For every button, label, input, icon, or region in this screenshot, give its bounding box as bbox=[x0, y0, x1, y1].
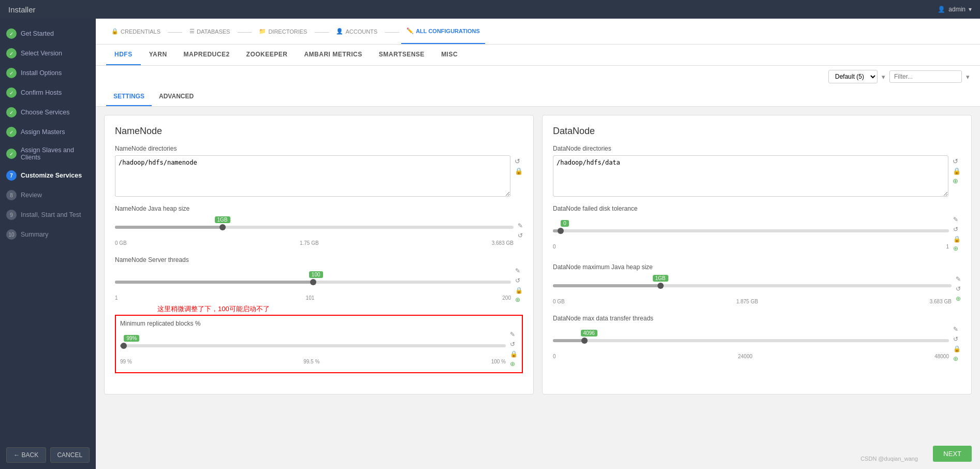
nav-label-databases: DATABASES bbox=[197, 28, 230, 35]
sidebar-step-3[interactable]: ✓Install Options bbox=[0, 63, 96, 83]
min-replicated-thumb[interactable] bbox=[121, 343, 127, 349]
datanode-title: DataNode bbox=[553, 126, 961, 137]
add-icon[interactable]: ⊕ bbox=[953, 244, 961, 253]
step-label: Summary bbox=[21, 231, 48, 238]
add-icon[interactable]: ⊕ bbox=[515, 296, 523, 304]
sidebar-step-9[interactable]: 8Review bbox=[0, 185, 96, 205]
edit-icon[interactable]: ✎ bbox=[953, 215, 961, 224]
min-replicated-mid-label: 99.5 % bbox=[303, 359, 319, 364]
namenode-threads-section: NameNode Server threads 100 bbox=[115, 256, 523, 304]
failed-disk-max: 1 bbox=[946, 244, 949, 250]
sub-tab-zookeeper[interactable]: ZOOKEEPER bbox=[238, 45, 296, 65]
refresh-icon[interactable]: ↺ bbox=[515, 276, 523, 285]
namenode-dir-row: /hadoop/hdfs/namenode ↺ 🔒 bbox=[115, 155, 523, 197]
failed-disk-label: DataNode failed disk tolerance bbox=[553, 205, 961, 212]
settings-tab-advanced[interactable]: ADVANCED bbox=[152, 87, 201, 106]
datanode-card: DataNode DataNode directories /hadoop/hd… bbox=[542, 115, 972, 394]
add-icon[interactable]: ⊕ bbox=[956, 295, 961, 303]
settings-tab-settings[interactable]: SETTINGS bbox=[106, 87, 152, 106]
namenode-heap-section: NameNode Java heap size 1GB bbox=[115, 205, 523, 246]
sub-tab-ambari_metrics[interactable]: AMBARI METRICS bbox=[296, 45, 370, 65]
namenode-threads-badge: 100 bbox=[309, 271, 323, 278]
sub-tab-hdfs[interactable]: HDFS bbox=[106, 45, 141, 65]
refresh-icon[interactable]: ↺ bbox=[953, 157, 961, 165]
step-label: Review bbox=[21, 192, 42, 199]
refresh-icon[interactable]: ↺ bbox=[518, 231, 523, 240]
cancel-button[interactable]: CANCEL bbox=[50, 447, 90, 463]
sidebar-step-7[interactable]: ✓Assign Slaves and Clients bbox=[0, 142, 96, 166]
datanode-heap-badge: 1GB bbox=[653, 275, 668, 282]
next-button[interactable]: NEXT bbox=[933, 446, 972, 462]
add-icon[interactable]: ⊕ bbox=[953, 355, 961, 363]
step-label: Select Version bbox=[21, 50, 62, 57]
max-transfer-row: 4096 0 24000 4 bbox=[553, 325, 961, 363]
datanode-heap-mid: 1.875 GB bbox=[736, 299, 758, 304]
wizard-nav-all_configurations[interactable]: ✏️ALL CONFIGURATIONS bbox=[401, 19, 485, 44]
lock-icon[interactable]: 🔒 bbox=[953, 167, 961, 175]
sidebar: ✓Get Started✓Select Version✓Install Opti… bbox=[0, 19, 96, 469]
sidebar-step-2[interactable]: ✓Select Version bbox=[0, 43, 96, 63]
refresh-icon[interactable]: ↺ bbox=[510, 340, 518, 349]
sub-tab-yarn[interactable]: YARN bbox=[141, 45, 175, 65]
failed-disk-row: 0 0 1 bbox=[553, 215, 961, 253]
namenode-threads-thumb[interactable] bbox=[310, 279, 316, 285]
nav-label-directories: DIRECTORIES bbox=[268, 28, 307, 35]
edit-icon[interactable]: ✎ bbox=[515, 267, 523, 275]
lock-icon[interactable]: 🔒 bbox=[515, 167, 523, 175]
lock-icon[interactable]: 🔒 bbox=[953, 235, 961, 244]
sub-tab-smartsense[interactable]: SMARTSENSE bbox=[371, 45, 433, 65]
user-menu[interactable]: 👤 admin ▾ bbox=[938, 6, 972, 13]
refresh-icon[interactable]: ↺ bbox=[953, 335, 961, 344]
sidebar-step-8[interactable]: 7Customize Services bbox=[0, 166, 96, 185]
edit-icon[interactable]: ✎ bbox=[518, 222, 523, 230]
add-icon[interactable]: ⊕ bbox=[510, 360, 518, 369]
sub-tabs: HDFSYARNMAPREDUCE2ZOOKEEPERAMBARI METRIC… bbox=[96, 45, 980, 66]
sidebar-step-4[interactable]: ✓Confirm Hosts bbox=[0, 83, 96, 102]
refresh-icon[interactable]: ↺ bbox=[953, 225, 961, 234]
sidebar-step-6[interactable]: ✓Assign Masters bbox=[0, 122, 96, 142]
max-transfer-thumb[interactable] bbox=[581, 338, 588, 344]
filter-input[interactable] bbox=[889, 70, 962, 83]
wizard-nav-databases[interactable]: ☰DATABASES bbox=[184, 19, 235, 44]
main-content: 🔒CREDENTIALS——☰DATABASES——📁DIRECTORIES——… bbox=[96, 19, 980, 469]
step-circle: 7 bbox=[6, 170, 17, 181]
edit-icon[interactable]: ✎ bbox=[956, 275, 961, 284]
wizard-nav-accounts[interactable]: 👤ACCOUNTS bbox=[331, 19, 383, 44]
wizard-nav: 🔒CREDENTIALS——☰DATABASES——📁DIRECTORIES——… bbox=[96, 19, 980, 45]
sidebar-step-10[interactable]: 9Install, Start and Test bbox=[0, 205, 96, 225]
edit-icon[interactable]: ✎ bbox=[510, 330, 518, 339]
add-icon[interactable]: ⊕ bbox=[953, 177, 961, 185]
top-bar: Installer 👤 admin ▾ bbox=[0, 0, 980, 19]
nav-icon-directories: 📁 bbox=[259, 28, 266, 35]
step-label: Install Options bbox=[21, 69, 62, 77]
wizard-nav-credentials[interactable]: 🔒CREDENTIALS bbox=[106, 19, 166, 44]
nav-separator: —— bbox=[312, 27, 331, 36]
failed-disk-thumb[interactable] bbox=[558, 228, 564, 234]
back-button[interactable]: ← BACK bbox=[6, 447, 46, 463]
edit-icon[interactable]: ✎ bbox=[953, 325, 961, 334]
step-label: Confirm Hosts bbox=[21, 89, 62, 96]
content-area: HDFSYARNMAPREDUCE2ZOOKEEPERAMBARI METRIC… bbox=[96, 45, 980, 469]
step-label: Choose Services bbox=[21, 109, 70, 116]
namenode-heap-thumb[interactable] bbox=[220, 224, 226, 230]
sub-tab-misc[interactable]: MISC bbox=[433, 45, 466, 65]
datanode-heap-thumb[interactable] bbox=[657, 283, 664, 289]
namenode-dir-input[interactable]: /hadoop/hdfs/namenode bbox=[115, 155, 510, 197]
refresh-icon[interactable]: ↺ bbox=[956, 285, 961, 294]
min-replicated-section: Minimum replicated blocks % 99% bbox=[115, 315, 523, 373]
nav-separator: —— bbox=[166, 27, 184, 36]
sub-tab-mapreduce2[interactable]: MAPREDUCE2 bbox=[175, 45, 238, 65]
sidebar-step-11[interactable]: 10Summary bbox=[0, 225, 96, 244]
default-select[interactable]: Default (5) bbox=[828, 70, 877, 83]
lock-icon[interactable]: 🔒 bbox=[510, 350, 518, 359]
datanode-dir-input[interactable]: /hadoop/hdfs/data bbox=[553, 155, 948, 197]
cards-container: NameNode NameNode directories /hadoop/hd… bbox=[96, 107, 980, 403]
sidebar-step-5[interactable]: ✓Choose Services bbox=[0, 102, 96, 122]
step-label: Customize Services bbox=[21, 172, 82, 179]
refresh-icon[interactable]: ↺ bbox=[515, 157, 523, 165]
min-replicated-label: Minimum replicated blocks % bbox=[120, 320, 518, 327]
lock-icon[interactable]: 🔒 bbox=[953, 345, 961, 354]
sidebar-step-1[interactable]: ✓Get Started bbox=[0, 24, 96, 43]
lock-icon[interactable]: 🔒 bbox=[515, 286, 523, 295]
wizard-nav-directories[interactable]: 📁DIRECTORIES bbox=[254, 19, 312, 44]
